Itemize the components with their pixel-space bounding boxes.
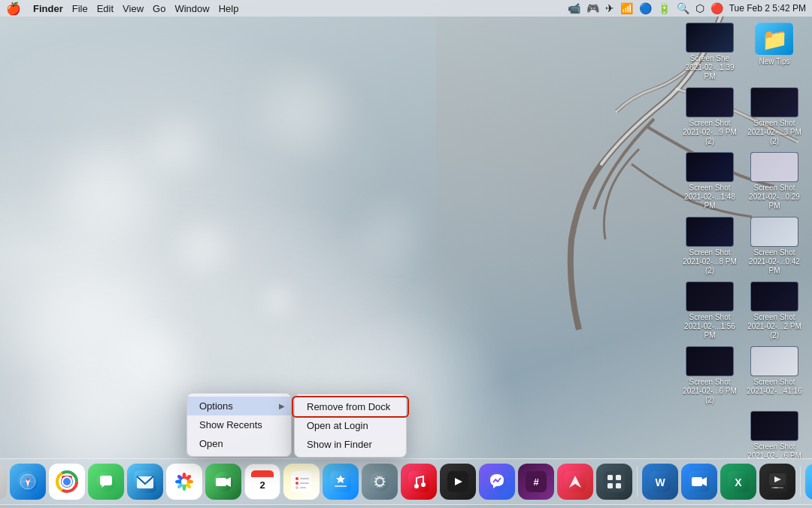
excel-icon-svg: X xyxy=(728,471,749,492)
dock-app-zoom[interactable] xyxy=(681,464,717,500)
sysprefs-icon-svg xyxy=(369,471,390,492)
screenshot-icon-9[interactable]: Screen Shot2021-02-...2 PM (2) xyxy=(744,281,804,340)
desktop-row-1: Screen She2021-02-..1:39 PM 📁 New Tips xyxy=(680,23,804,81)
menu-window[interactable]: Window xyxy=(174,3,209,14)
menu-view[interactable]: View xyxy=(123,3,144,14)
siri-icon[interactable]: ⬡ xyxy=(695,2,704,14)
dock-app-safari[interactable] xyxy=(10,464,46,500)
context-options-label: Options xyxy=(199,400,233,412)
svg-text:#: # xyxy=(533,476,539,488)
folder-thumb: 📁 xyxy=(755,23,794,56)
screenshot-icon-7[interactable]: Screen Shot2021-02-...0:42 PM xyxy=(744,217,804,275)
svg-text:2: 2 xyxy=(259,479,265,491)
screenshot-icon-10[interactable]: Screen Shot2021-02-...6 PM (2) xyxy=(680,346,740,405)
wifi-icon[interactable]: 📶 xyxy=(620,2,633,14)
dock-app-chrome[interactable] xyxy=(49,464,85,500)
screenshot-icon-3[interactable]: Screen Shot2021-02-...3 PM (2) xyxy=(744,87,804,146)
desktop-row-5: Screen Shot2021-02-...1:56 PM Screen Sho… xyxy=(680,281,804,340)
bokeh-8 xyxy=(263,75,338,151)
dock-app-appstore[interactable] xyxy=(323,464,359,500)
svg-rect-81 xyxy=(692,477,702,486)
game-icon[interactable]: 🎮 xyxy=(586,2,599,14)
screenshot-thumb-7 xyxy=(750,217,798,247)
svg-rect-63 xyxy=(408,471,429,492)
svg-point-43 xyxy=(181,479,187,485)
context-menu-main: Options ▶ Remove from Dock Open at Login… xyxy=(186,393,292,457)
thumb-inner-8 xyxy=(686,282,733,311)
dock-app-excel[interactable]: X xyxy=(720,464,756,500)
screenshot-thumb-3 xyxy=(750,87,798,117)
submenu-remove-from-dock[interactable]: Remove from Dock xyxy=(295,397,406,416)
screenshot-icon-4[interactable]: Screen Shot2021-02-...1:48 PM xyxy=(680,152,740,211)
svg-rect-55 xyxy=(300,482,309,484)
context-options[interactable]: Options ▶ Remove from Dock Open at Login… xyxy=(187,397,291,415)
dock-app-word[interactable]: W xyxy=(642,464,678,500)
screenshot-label-6: Screen Shot2021-02-...8 PM (2) xyxy=(680,248,740,275)
dock-app-mail[interactable] xyxy=(127,464,163,500)
dock-app-grid[interactable] xyxy=(596,464,632,500)
thumb-inner-6 xyxy=(686,217,733,246)
context-open[interactable]: Open xyxy=(187,434,291,453)
screenshot-label-10: Screen Shot2021-02-...6 PM (2) xyxy=(680,378,740,405)
dock-app-launchpad[interactable] xyxy=(0,464,7,500)
svg-text:X: X xyxy=(735,476,742,488)
slack-icon-svg: # xyxy=(526,471,547,492)
search-icon[interactable]: 🔍 xyxy=(677,2,689,14)
apple-menu[interactable]: 🍎 xyxy=(6,2,21,16)
airmail-icon-svg xyxy=(565,471,586,492)
arrow-icon: ▶ xyxy=(279,402,285,410)
svg-rect-59 xyxy=(335,485,347,487)
dock-app-facetime[interactable] xyxy=(205,464,241,500)
dock-app-finder2[interactable] xyxy=(805,464,812,500)
svg-rect-51 xyxy=(291,471,312,492)
screenshot-icon-5[interactable]: Screen Shot2021-02-...0:29 PM xyxy=(744,152,804,211)
dock-app-slack[interactable]: # xyxy=(518,464,554,500)
meet-icon[interactable]: 📹 xyxy=(568,2,580,14)
screenshot-label-5: Screen Shot2021-02-...0:29 PM xyxy=(744,184,804,211)
dock-app-photos[interactable] xyxy=(166,464,202,500)
context-show-recents[interactable]: Show Recents xyxy=(187,415,291,434)
dock-app-appletv[interactable] xyxy=(440,464,476,500)
screenshot-icon-12[interactable]: Screen Shot2021-02-...6 PM xyxy=(744,411,804,461)
dock-app-airmail[interactable] xyxy=(557,464,593,500)
thumb-inner-10 xyxy=(686,347,733,376)
dock-app-sysprefs[interactable] xyxy=(362,464,398,500)
svg-rect-57 xyxy=(300,487,306,488)
screenshot-icon-8[interactable]: Screen Shot2021-02-...1:56 PM xyxy=(680,281,740,340)
dock-app-iina[interactable] xyxy=(759,464,795,500)
dock-app-music[interactable] xyxy=(401,464,437,500)
submenu-show-in-finder[interactable]: Show in Finder xyxy=(295,435,406,454)
music-icon-svg xyxy=(408,471,429,492)
thumb-inner-3 xyxy=(751,88,798,117)
menu-file[interactable]: File xyxy=(72,3,88,14)
remove-from-dock-label: Remove from Dock xyxy=(307,401,390,412)
dock-app-messages[interactable] xyxy=(88,464,124,500)
screenshot-icon-2[interactable]: Screen Shot2021-02-...9 PM (2) xyxy=(680,87,740,146)
dock-app-messenger[interactable] xyxy=(479,464,515,500)
new-tips-icon[interactable]: 📁 New Tips xyxy=(744,23,804,81)
screenshot-icon-6[interactable]: Screen Shot2021-02-...8 PM (2) xyxy=(680,217,740,275)
screenshot-label-2: Screen Shot2021-02-...9 PM (2) xyxy=(680,119,740,146)
svg-point-54 xyxy=(295,482,298,485)
desktop-row-4: Screen Shot2021-02-...8 PM (2) Screen Sh… xyxy=(680,217,804,275)
notifications-icon[interactable]: 🔴 xyxy=(710,2,723,14)
battery-icon[interactable]: 🔋 xyxy=(658,2,671,14)
bokeh-2 xyxy=(60,151,150,241)
airmail-menu-icon[interactable]: ✈ xyxy=(605,2,614,14)
menu-help[interactable]: Help xyxy=(219,3,239,14)
dock-app-calendar[interactable]: 2 xyxy=(244,464,280,500)
screenshot-thumb-6 xyxy=(686,217,734,247)
menu-edit[interactable]: Edit xyxy=(97,3,114,14)
menu-go[interactable]: Go xyxy=(153,3,165,14)
screenshot-icon-11[interactable]: Screen Shot2021-02-...41:16 xyxy=(744,346,804,405)
bluetooth-icon[interactable]: 🔵 xyxy=(639,2,652,14)
menu-app-name[interactable]: Finder xyxy=(33,3,63,14)
screenshot-thumb-10 xyxy=(686,346,734,376)
submenu-open-at-login[interactable]: Open at Login xyxy=(295,416,406,435)
thumb-inner-5 xyxy=(751,153,798,181)
dock: 2 xyxy=(0,458,812,505)
dock-app-reminders[interactable] xyxy=(283,464,320,500)
iina-icon-svg xyxy=(767,471,788,492)
open-label: Open xyxy=(199,438,223,449)
screenshot-icon-1[interactable]: Screen She2021-02-..1:39 PM xyxy=(680,23,740,81)
